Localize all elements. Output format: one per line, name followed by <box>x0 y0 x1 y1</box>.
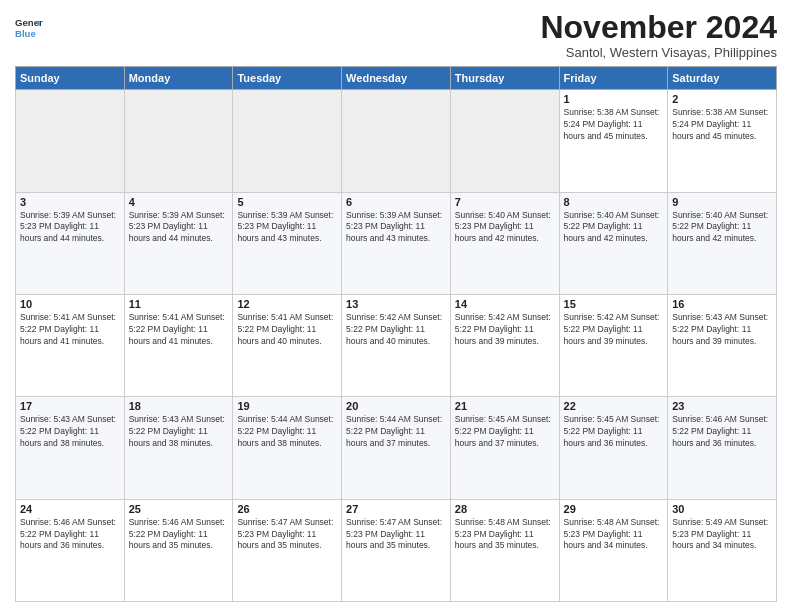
calendar-week-5: 24Sunrise: 5:46 AM Sunset: 5:22 PM Dayli… <box>16 499 777 601</box>
table-row: 6Sunrise: 5:39 AM Sunset: 5:23 PM Daylig… <box>342 192 451 294</box>
col-wednesday: Wednesday <box>342 67 451 90</box>
day-number: 29 <box>564 503 664 515</box>
day-info: Sunrise: 5:41 AM Sunset: 5:22 PM Dayligh… <box>20 312 120 348</box>
location: Santol, Western Visayas, Philippines <box>540 45 777 60</box>
col-sunday: Sunday <box>16 67 125 90</box>
day-number: 20 <box>346 400 446 412</box>
day-info: Sunrise: 5:46 AM Sunset: 5:22 PM Dayligh… <box>129 517 229 553</box>
day-number: 7 <box>455 196 555 208</box>
day-info: Sunrise: 5:42 AM Sunset: 5:22 PM Dayligh… <box>346 312 446 348</box>
table-row: 8Sunrise: 5:40 AM Sunset: 5:22 PM Daylig… <box>559 192 668 294</box>
day-info: Sunrise: 5:45 AM Sunset: 5:22 PM Dayligh… <box>564 414 664 450</box>
table-row: 14Sunrise: 5:42 AM Sunset: 5:22 PM Dayli… <box>450 294 559 396</box>
day-number: 23 <box>672 400 772 412</box>
day-number: 2 <box>672 93 772 105</box>
day-number: 19 <box>237 400 337 412</box>
table-row: 28Sunrise: 5:48 AM Sunset: 5:23 PM Dayli… <box>450 499 559 601</box>
day-number: 12 <box>237 298 337 310</box>
day-info: Sunrise: 5:39 AM Sunset: 5:23 PM Dayligh… <box>346 210 446 246</box>
day-info: Sunrise: 5:44 AM Sunset: 5:22 PM Dayligh… <box>237 414 337 450</box>
table-row: 12Sunrise: 5:41 AM Sunset: 5:22 PM Dayli… <box>233 294 342 396</box>
day-number: 18 <box>129 400 229 412</box>
day-number: 28 <box>455 503 555 515</box>
table-row: 2Sunrise: 5:38 AM Sunset: 5:24 PM Daylig… <box>668 90 777 192</box>
day-info: Sunrise: 5:39 AM Sunset: 5:23 PM Dayligh… <box>129 210 229 246</box>
day-info: Sunrise: 5:41 AM Sunset: 5:22 PM Dayligh… <box>129 312 229 348</box>
day-number: 3 <box>20 196 120 208</box>
day-info: Sunrise: 5:42 AM Sunset: 5:22 PM Dayligh… <box>455 312 555 348</box>
day-info: Sunrise: 5:38 AM Sunset: 5:24 PM Dayligh… <box>672 107 772 143</box>
day-number: 21 <box>455 400 555 412</box>
day-number: 8 <box>564 196 664 208</box>
day-number: 16 <box>672 298 772 310</box>
col-tuesday: Tuesday <box>233 67 342 90</box>
day-number: 4 <box>129 196 229 208</box>
day-info: Sunrise: 5:45 AM Sunset: 5:22 PM Dayligh… <box>455 414 555 450</box>
day-number: 9 <box>672 196 772 208</box>
table-row: 1Sunrise: 5:38 AM Sunset: 5:24 PM Daylig… <box>559 90 668 192</box>
day-info: Sunrise: 5:46 AM Sunset: 5:22 PM Dayligh… <box>20 517 120 553</box>
day-info: Sunrise: 5:43 AM Sunset: 5:22 PM Dayligh… <box>20 414 120 450</box>
calendar-week-4: 17Sunrise: 5:43 AM Sunset: 5:22 PM Dayli… <box>16 397 777 499</box>
day-info: Sunrise: 5:47 AM Sunset: 5:23 PM Dayligh… <box>346 517 446 553</box>
day-number: 25 <box>129 503 229 515</box>
table-row: 4Sunrise: 5:39 AM Sunset: 5:23 PM Daylig… <box>124 192 233 294</box>
table-row: 26Sunrise: 5:47 AM Sunset: 5:23 PM Dayli… <box>233 499 342 601</box>
title-block: November 2024 Santol, Western Visayas, P… <box>540 10 777 60</box>
table-row: 5Sunrise: 5:39 AM Sunset: 5:23 PM Daylig… <box>233 192 342 294</box>
page: General Blue November 2024 Santol, Weste… <box>0 0 792 612</box>
table-row: 21Sunrise: 5:45 AM Sunset: 5:22 PM Dayli… <box>450 397 559 499</box>
day-info: Sunrise: 5:48 AM Sunset: 5:23 PM Dayligh… <box>455 517 555 553</box>
table-row: 15Sunrise: 5:42 AM Sunset: 5:22 PM Dayli… <box>559 294 668 396</box>
day-info: Sunrise: 5:42 AM Sunset: 5:22 PM Dayligh… <box>564 312 664 348</box>
col-monday: Monday <box>124 67 233 90</box>
table-row: 27Sunrise: 5:47 AM Sunset: 5:23 PM Dayli… <box>342 499 451 601</box>
table-row: 23Sunrise: 5:46 AM Sunset: 5:22 PM Dayli… <box>668 397 777 499</box>
day-number: 27 <box>346 503 446 515</box>
table-row: 10Sunrise: 5:41 AM Sunset: 5:22 PM Dayli… <box>16 294 125 396</box>
header: General Blue November 2024 Santol, Weste… <box>15 10 777 60</box>
table-row: 20Sunrise: 5:44 AM Sunset: 5:22 PM Dayli… <box>342 397 451 499</box>
calendar-week-3: 10Sunrise: 5:41 AM Sunset: 5:22 PM Dayli… <box>16 294 777 396</box>
table-row <box>233 90 342 192</box>
day-info: Sunrise: 5:48 AM Sunset: 5:23 PM Dayligh… <box>564 517 664 553</box>
table-row: 13Sunrise: 5:42 AM Sunset: 5:22 PM Dayli… <box>342 294 451 396</box>
table-row: 24Sunrise: 5:46 AM Sunset: 5:22 PM Dayli… <box>16 499 125 601</box>
table-row: 16Sunrise: 5:43 AM Sunset: 5:22 PM Dayli… <box>668 294 777 396</box>
day-info: Sunrise: 5:38 AM Sunset: 5:24 PM Dayligh… <box>564 107 664 143</box>
table-row: 25Sunrise: 5:46 AM Sunset: 5:22 PM Dayli… <box>124 499 233 601</box>
day-info: Sunrise: 5:44 AM Sunset: 5:22 PM Dayligh… <box>346 414 446 450</box>
table-row: 3Sunrise: 5:39 AM Sunset: 5:23 PM Daylig… <box>16 192 125 294</box>
month-title: November 2024 <box>540 10 777 45</box>
calendar-week-1: 1Sunrise: 5:38 AM Sunset: 5:24 PM Daylig… <box>16 90 777 192</box>
day-number: 17 <box>20 400 120 412</box>
table-row: 11Sunrise: 5:41 AM Sunset: 5:22 PM Dayli… <box>124 294 233 396</box>
day-info: Sunrise: 5:40 AM Sunset: 5:22 PM Dayligh… <box>672 210 772 246</box>
day-info: Sunrise: 5:39 AM Sunset: 5:23 PM Dayligh… <box>237 210 337 246</box>
table-row <box>124 90 233 192</box>
table-row: 9Sunrise: 5:40 AM Sunset: 5:22 PM Daylig… <box>668 192 777 294</box>
day-info: Sunrise: 5:40 AM Sunset: 5:23 PM Dayligh… <box>455 210 555 246</box>
table-row <box>16 90 125 192</box>
day-info: Sunrise: 5:39 AM Sunset: 5:23 PM Dayligh… <box>20 210 120 246</box>
calendar-header-row: Sunday Monday Tuesday Wednesday Thursday… <box>16 67 777 90</box>
day-number: 24 <box>20 503 120 515</box>
day-info: Sunrise: 5:40 AM Sunset: 5:22 PM Dayligh… <box>564 210 664 246</box>
table-row: 18Sunrise: 5:43 AM Sunset: 5:22 PM Dayli… <box>124 397 233 499</box>
calendar-table: Sunday Monday Tuesday Wednesday Thursday… <box>15 66 777 602</box>
day-number: 10 <box>20 298 120 310</box>
day-number: 22 <box>564 400 664 412</box>
day-number: 15 <box>564 298 664 310</box>
calendar-week-2: 3Sunrise: 5:39 AM Sunset: 5:23 PM Daylig… <box>16 192 777 294</box>
logo: General Blue <box>15 14 43 42</box>
day-number: 13 <box>346 298 446 310</box>
day-number: 14 <box>455 298 555 310</box>
day-number: 30 <box>672 503 772 515</box>
col-friday: Friday <box>559 67 668 90</box>
table-row: 30Sunrise: 5:49 AM Sunset: 5:23 PM Dayli… <box>668 499 777 601</box>
col-thursday: Thursday <box>450 67 559 90</box>
day-number: 6 <box>346 196 446 208</box>
day-info: Sunrise: 5:43 AM Sunset: 5:22 PM Dayligh… <box>672 312 772 348</box>
day-info: Sunrise: 5:46 AM Sunset: 5:22 PM Dayligh… <box>672 414 772 450</box>
day-number: 11 <box>129 298 229 310</box>
